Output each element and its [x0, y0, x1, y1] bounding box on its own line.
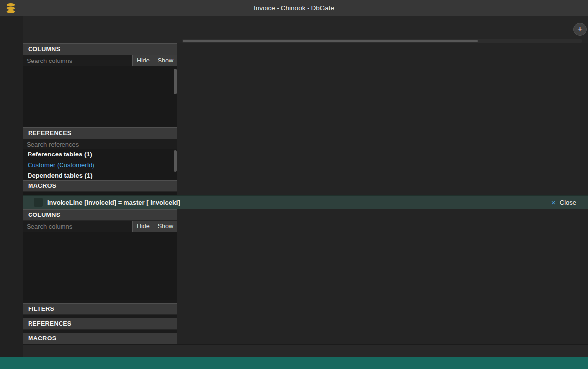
- title-bar: Invoice - Chinook - DbGate: [0, 0, 588, 16]
- close-reference-button[interactable]: × Close: [551, 198, 577, 207]
- panel-title: MACROS: [28, 183, 56, 189]
- workspace: + COLUMNS Hide Show REFERENCES Refe: [23, 16, 588, 357]
- reference-link[interactable]: Customer (CustomerId): [28, 159, 177, 170]
- dbgate-app: Invoice - Chinook - DbGate + COLUMNS Hid…: [0, 0, 588, 369]
- references-group-label: References tables (1): [28, 149, 177, 159]
- columns-search-row: Hide Show: [23, 221, 177, 232]
- status-bar: [0, 357, 588, 369]
- references-search-row: [23, 139, 177, 149]
- grid-toolbar: [23, 344, 588, 357]
- hide-button[interactable]: Hide: [132, 55, 154, 66]
- detail-side-panel: COLUMNS Hide Show FILTERS REFERENCES MAC…: [23, 209, 177, 344]
- connection-tab-row: [23, 16, 588, 25]
- search-references-input[interactable]: [23, 139, 177, 149]
- scroll-thumb[interactable]: [183, 40, 478, 42]
- columns-panel-header[interactable]: COLUMNS: [23, 43, 177, 55]
- panel-filler: [23, 192, 177, 195]
- panel-title: COLUMNS: [28, 212, 60, 218]
- grid-top-scrollbar[interactable]: [182, 39, 582, 43]
- columns-tree: [23, 66, 177, 127]
- filters-panel-header[interactable]: FILTERS: [23, 303, 177, 315]
- master-grid: [177, 43, 588, 195]
- link-icon: [34, 198, 43, 207]
- panel-title: REFERENCES: [28, 320, 71, 327]
- scroll-thumb[interactable]: [174, 69, 177, 94]
- reference-detail-bar: InvoiceLine [InvoiceId] = master [ Invoi…: [23, 195, 588, 209]
- app-logo-icon: [5, 3, 16, 14]
- macros-panel-header[interactable]: MACROS: [23, 180, 177, 192]
- reference-link-label: Customer (CustomerId): [28, 161, 94, 169]
- window-title: Invoice - Chinook - DbGate: [254, 4, 334, 12]
- master-section: COLUMNS Hide Show REFERENCES References …: [23, 43, 588, 195]
- columns-panel-header[interactable]: COLUMNS: [23, 209, 177, 221]
- panel-title: FILTERS: [28, 306, 54, 312]
- close-label: Close: [560, 199, 576, 206]
- panel-filler: [23, 284, 177, 300]
- query-tab-row: [23, 25, 588, 38]
- references-panel-header[interactable]: REFERENCES: [23, 318, 177, 330]
- detail-grid: [177, 209, 588, 344]
- search-columns-input[interactable]: [23, 221, 132, 232]
- search-columns-input[interactable]: [23, 55, 132, 66]
- master-side-panel: COLUMNS Hide Show REFERENCES References …: [23, 43, 177, 195]
- activity-bar: [0, 16, 23, 357]
- references-list: References tables (1) Customer (Customer…: [23, 149, 177, 180]
- close-x-icon[interactable]: ×: [551, 198, 556, 207]
- panel-title: MACROS: [28, 335, 56, 342]
- macros-panel-header[interactable]: MACROS: [23, 333, 177, 344]
- scroll-thumb[interactable]: [174, 150, 177, 172]
- panel-title: COLUMNS: [28, 46, 60, 53]
- panel-title: REFERENCES: [28, 130, 71, 137]
- hide-button[interactable]: Hide: [132, 221, 154, 232]
- columns-tree: [23, 232, 177, 284]
- reference-bar-label: InvoiceLine [InvoiceId] = master [ Invoi…: [47, 199, 180, 206]
- columns-search-row: Hide Show: [23, 55, 177, 66]
- show-button[interactable]: Show: [154, 55, 177, 66]
- references-group-label: Dependend tables (1): [28, 170, 177, 180]
- references-panel-header[interactable]: REFERENCES: [23, 127, 177, 139]
- show-button[interactable]: Show: [154, 221, 177, 232]
- new-tab-button[interactable]: +: [573, 23, 587, 36]
- detail-section: COLUMNS Hide Show FILTERS REFERENCES MAC…: [23, 209, 588, 344]
